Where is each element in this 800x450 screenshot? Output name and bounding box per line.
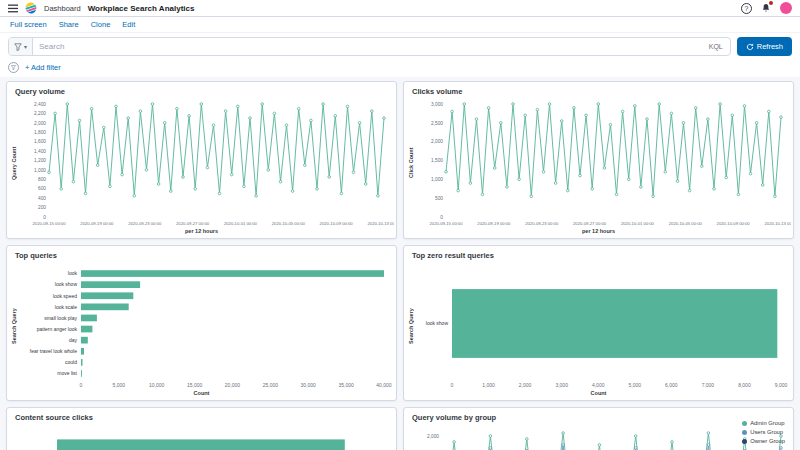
svg-text:200: 200: [38, 205, 46, 210]
panel-title: Top queries: [7, 246, 396, 262]
svg-text:2,200: 2,200: [34, 111, 46, 116]
svg-text:1,000: 1,000: [482, 382, 495, 388]
panel-content-source-clicks: Content source clicks Content A: [6, 407, 397, 450]
x-axis-title: per 12 hours: [7, 228, 396, 238]
y-axis-title: Click Count: [406, 98, 416, 228]
svg-text:2020-09-23 00:00: 2020-09-23 00:00: [525, 221, 559, 226]
svg-text:1,600: 1,600: [34, 139, 46, 144]
svg-text:move list: move list: [57, 370, 77, 376]
x-axis-title: Count: [404, 390, 793, 400]
y-axis-title: Query Count: [9, 98, 19, 228]
svg-text:7,000: 7,000: [702, 382, 715, 388]
svg-text:1,800: 1,800: [34, 130, 46, 135]
svg-text:9,000: 9,000: [775, 382, 788, 388]
panel-top-queries: Top queries Search Query 05,00010,00015,…: [6, 245, 397, 401]
query-language-button[interactable]: KQL: [702, 43, 730, 50]
edit-link[interactable]: Edit: [122, 20, 135, 29]
panel-query-volume: Query volume Query Count 02004006008001,…: [6, 81, 397, 239]
svg-text:2020-09-23 00:00: 2020-09-23 00:00: [128, 221, 162, 226]
query-bar: ▾ KQL Refresh: [0, 33, 800, 60]
legend-dot: [742, 430, 747, 435]
svg-text:1,400: 1,400: [34, 149, 46, 154]
clone-link[interactable]: Clone: [91, 20, 111, 29]
panel-clicks-volume: Clicks volume Click Count 05001,0001,500…: [403, 81, 794, 239]
filter-icon: [14, 43, 22, 51]
share-link[interactable]: Share: [59, 20, 79, 29]
search-input[interactable]: [33, 38, 702, 55]
content-source-clicks-chart[interactable]: Content A: [19, 424, 394, 450]
app-header: Dashboard Workplace Search Analytics ?: [0, 0, 800, 17]
top-zero-result-queries-chart[interactable]: 01,0002,0003,0004,0005,0006,0007,0008,00…: [416, 262, 791, 390]
svg-text:4,000: 4,000: [592, 382, 605, 388]
full-screen-link[interactable]: Full screen: [10, 20, 47, 29]
svg-text:day: day: [69, 337, 78, 343]
svg-text:2,000: 2,000: [519, 382, 532, 388]
svg-text:25,000: 25,000: [263, 382, 279, 388]
svg-text:20,000: 20,000: [225, 382, 241, 388]
breadcrumb[interactable]: Dashboard: [44, 4, 81, 13]
svg-text:fear travel look whole: fear travel look whole: [30, 348, 77, 354]
chart-legend: Admin Group Users Group Owner Group: [742, 420, 785, 444]
refresh-icon: [746, 43, 754, 51]
svg-text:2020-09-15 00:00: 2020-09-15 00:00: [32, 221, 66, 226]
legend-item-owner-group[interactable]: Owner Group: [742, 438, 785, 444]
help-icon[interactable]: ?: [741, 3, 752, 14]
svg-text:2020-10-13 00:00: 2020-10-13 00:00: [764, 221, 791, 226]
search-input-group: ▾ KQL: [8, 37, 731, 56]
svg-text:0: 0: [80, 382, 83, 388]
svg-text:600: 600: [38, 186, 46, 191]
menu-icon[interactable]: [8, 4, 18, 13]
svg-text:look show: look show: [426, 320, 449, 326]
svg-text:2020-10-09 00:00: 2020-10-09 00:00: [320, 221, 354, 226]
add-filter-link[interactable]: + Add filter: [25, 63, 61, 72]
query-volume-by-group-chart[interactable]: 04008001,2001,6002,0002020-09-15 00:0020…: [416, 424, 791, 450]
svg-text:15,000: 15,000: [187, 382, 203, 388]
svg-text:8,000: 8,000: [738, 382, 751, 388]
svg-text:2020-10-09 00:00: 2020-10-09 00:00: [717, 221, 751, 226]
saved-query-menu-button[interactable]: ▾: [9, 38, 33, 55]
svg-text:0: 0: [43, 215, 46, 220]
svg-text:1,200: 1,200: [34, 158, 46, 163]
svg-text:5,000: 5,000: [629, 382, 642, 388]
svg-text:2,000: 2,000: [431, 139, 443, 144]
svg-text:0: 0: [451, 382, 454, 388]
svg-text:5,000: 5,000: [113, 382, 126, 388]
svg-text:look speed: look speed: [53, 293, 77, 299]
svg-text:could: could: [65, 359, 77, 365]
user-avatar[interactable]: [780, 2, 792, 14]
svg-text:2,000: 2,000: [427, 434, 439, 439]
panel-title: Query volume by group: [404, 408, 793, 424]
svg-text:800: 800: [38, 177, 46, 182]
panel-top-zero-result-queries: Top zero result queries Search Query 01,…: [403, 245, 794, 401]
legend-item-users-group[interactable]: Users Group: [742, 429, 785, 435]
filter-options-button[interactable]: [8, 62, 19, 73]
svg-text:2020-09-15 00:00: 2020-09-15 00:00: [429, 221, 463, 226]
chevron-down-icon: ▾: [24, 43, 27, 50]
dashboard-toolbar: Full screen Share Clone Edit: [0, 17, 800, 33]
query-volume-chart[interactable]: 02004006008001,0001,2001,4001,6001,8002,…: [19, 98, 394, 228]
panel-title: Clicks volume: [404, 82, 793, 98]
panel-title: Top zero result queries: [404, 246, 793, 262]
svg-text:3,000: 3,000: [555, 382, 568, 388]
svg-text:look: look: [68, 270, 78, 276]
top-queries-chart[interactable]: 05,00010,00015,00020,00025,00030,00035,0…: [19, 262, 394, 390]
svg-text:40,000: 40,000: [376, 382, 392, 388]
notifications-button[interactable]: [761, 3, 771, 13]
panel-title: Query volume: [7, 82, 396, 98]
svg-text:look scale: look scale: [55, 304, 77, 310]
clicks-volume-chart[interactable]: 05001,0001,5002,0002,5003,0002020-09-15 …: [416, 98, 791, 228]
svg-text:2020-10-05 00:00: 2020-10-05 00:00: [669, 221, 703, 226]
svg-text:2,400: 2,400: [34, 102, 46, 107]
panel-title: Content source clicks: [7, 408, 396, 424]
svg-text:2020-09-19 00:00: 2020-09-19 00:00: [477, 221, 511, 226]
panel-query-volume-by-group: Query volume by group Admin Group Users …: [403, 407, 794, 450]
legend-item-admin-group[interactable]: Admin Group: [742, 420, 785, 426]
dashboard-grid: Query volume Query Count 02004006008001,…: [0, 77, 800, 450]
svg-text:2,500: 2,500: [431, 121, 443, 126]
svg-text:400: 400: [38, 196, 46, 201]
svg-text:2020-09-27 00:00: 2020-09-27 00:00: [176, 221, 210, 226]
elastic-logo[interactable]: [25, 2, 37, 14]
svg-text:0: 0: [440, 215, 443, 220]
svg-text:3,000: 3,000: [431, 102, 443, 107]
refresh-button[interactable]: Refresh: [737, 37, 792, 56]
